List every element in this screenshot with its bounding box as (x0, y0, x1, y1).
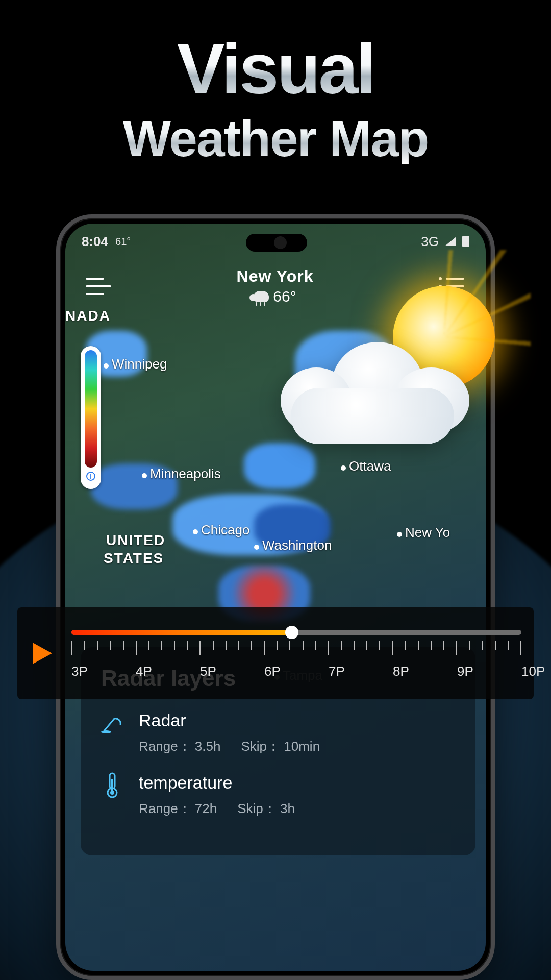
svg-marker-5 (33, 643, 52, 664)
svg-point-0 (101, 730, 111, 733)
map-country-label: NADA (65, 308, 111, 324)
timeline-thumb[interactable] (285, 626, 298, 639)
phone-mockup: 8:04 61° 3G New York 66° (56, 214, 495, 980)
layer-option-radar[interactable]: Radar Range： 3.5h Skip： 10min (101, 710, 455, 755)
layer-skip-label: Skip： (241, 739, 280, 754)
layer-skip-value: 3h (280, 801, 295, 816)
map-city-label: Minneapolis (142, 466, 221, 482)
timeline-slider[interactable]: 3P4P5P6P7P8P9P10P (71, 607, 521, 699)
map-city-label: New Yo (397, 525, 450, 541)
layer-name: temperature (139, 773, 295, 793)
hero-line-2: Weather Map (0, 113, 551, 164)
layer-skip-value: 10min (284, 739, 320, 754)
phone-screen: 8:04 61° 3G New York 66° (65, 224, 486, 971)
hero-line-1: Visual (0, 33, 551, 105)
promo-hero: Visual Weather Map (0, 33, 551, 164)
svg-point-3 (110, 791, 114, 795)
radar-icon (101, 710, 123, 735)
thermometer-icon (101, 773, 123, 797)
map-country-label: UNITED (106, 532, 165, 549)
timeline-ticks (71, 641, 521, 655)
layer-range-label: Range： (139, 801, 191, 816)
play-button[interactable] (30, 642, 53, 665)
layer-option-temperature[interactable]: temperature Range： 72h Skip： 3h (101, 773, 455, 818)
layer-range-value: 3.5h (195, 739, 221, 754)
timeline-progress (71, 630, 292, 635)
radar-timeline: 3P4P5P6P7P8P9P10P (17, 607, 534, 699)
map-country-label: STATES (104, 550, 164, 567)
map-city-label: Chicago (193, 522, 249, 538)
map-area[interactable]: NADAUNITEDSTATESWinnipegMinneapolisChica… (65, 224, 486, 971)
layer-name: Radar (139, 710, 320, 730)
map-city-label: Washington (254, 537, 332, 553)
map-city-label: Ottawa (341, 458, 391, 474)
layer-range-label: Range： (139, 739, 191, 754)
layer-range-value: 72h (195, 801, 217, 816)
layer-skip-label: Skip： (237, 801, 277, 816)
map-city-label: Winnipeg (104, 356, 167, 372)
